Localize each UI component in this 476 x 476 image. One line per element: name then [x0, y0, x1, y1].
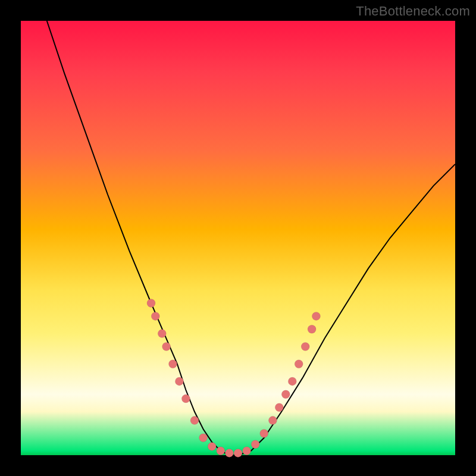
curve-marker [208, 442, 216, 450]
curve-marker [243, 447, 251, 455]
curve-marker [268, 416, 277, 425]
curve-marker [181, 394, 190, 403]
curve-marker [312, 312, 320, 320]
curve-marker [147, 299, 155, 308]
curve-marker [158, 330, 166, 338]
curve-marker [175, 377, 183, 386]
curve-marker [217, 447, 225, 455]
curve-marker [199, 434, 208, 442]
curve-marker [288, 377, 296, 386]
plot-area [21, 21, 455, 455]
curve-marker [169, 360, 177, 368]
curve-marker [275, 403, 283, 412]
bottleneck-curve [47, 21, 455, 455]
chart-frame: TheBottleneck.com [0, 0, 476, 476]
curve-marker [301, 343, 309, 351]
curve-marker [308, 325, 316, 333]
curve-marker [190, 416, 199, 425]
curve-marker [251, 440, 259, 449]
curve-marker [151, 312, 159, 320]
curve-marker [225, 449, 233, 457]
curve-marker [162, 343, 171, 351]
curve-marker [295, 360, 303, 368]
curve-marker [260, 430, 268, 438]
curve-group [47, 21, 455, 455]
chart-svg [21, 21, 455, 455]
curve-marker [281, 390, 290, 399]
curve-marker [234, 449, 242, 457]
marker-group [147, 299, 320, 458]
watermark-text: TheBottleneck.com [356, 4, 470, 19]
